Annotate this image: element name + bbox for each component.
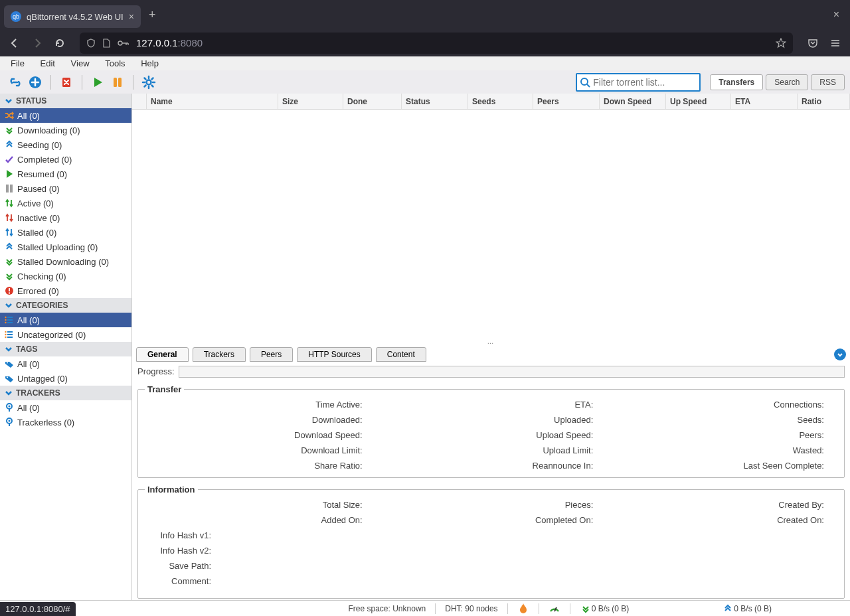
col-name[interactable]: Name <box>147 94 278 109</box>
speed-icon[interactable] <box>549 603 560 615</box>
sidebar-tag-item[interactable]: All (0) <box>0 356 131 371</box>
tab-title: qBittorrent v4.5.2 Web UI <box>27 12 124 22</box>
tab-strip: qb qBittorrent v4.5.2 Web UI × + × <box>0 0 850 29</box>
sidebar-status-item[interactable]: All (0) <box>0 108 131 123</box>
sidebar-item-label: Downloading (0) <box>17 125 80 135</box>
sidebar-tracker-item[interactable]: All (0) <box>0 400 131 415</box>
new-tab-button[interactable]: + <box>149 8 156 22</box>
nav-row: 127.0.0.1:8080 <box>0 29 850 56</box>
sidebar-item-label: All (0) <box>17 111 40 121</box>
pocket-icon[interactable] <box>804 34 822 52</box>
sidebar-status-item[interactable]: Checking (0) <box>0 269 131 283</box>
status-icon <box>4 154 15 165</box>
col-status[interactable]: Status <box>402 94 468 109</box>
pause-button[interactable] <box>108 72 128 92</box>
col-upspeed[interactable]: Up Speed <box>666 94 731 109</box>
sidebar-item-label: Paused (0) <box>17 184 60 194</box>
settings-button[interactable] <box>139 72 159 92</box>
svg-point-17 <box>5 337 6 338</box>
status-icon <box>4 198 15 208</box>
content: Name Size Done Status Seeds Peers Down S… <box>132 94 850 600</box>
transfer-legend: Transfer <box>145 384 184 394</box>
hover-url: 127.0.0.1:8080/# <box>0 602 76 616</box>
menu-tools[interactable]: Tools <box>98 56 131 70</box>
back-button[interactable] <box>5 34 24 52</box>
sidebar-tags-head[interactable]: TAGS <box>0 342 131 356</box>
col-done[interactable]: Done <box>343 94 402 109</box>
col-downspeed[interactable]: Down Speed <box>600 94 666 109</box>
sidebar-status-item[interactable]: Seeding (0) <box>0 137 131 152</box>
search-input[interactable] <box>593 75 699 90</box>
menu-file[interactable]: File <box>4 56 31 70</box>
add-link-button[interactable] <box>5 72 25 92</box>
tab-rss[interactable]: RSS <box>811 74 845 90</box>
tab-transfers[interactable]: Transfers <box>710 74 763 90</box>
status-icon <box>4 169 15 179</box>
main: STATUS All (0)Downloading (0)Seeding (0)… <box>0 94 850 600</box>
sidebar-status-item[interactable]: Errored (0) <box>0 283 131 298</box>
menu-edit[interactable]: Edit <box>34 56 62 70</box>
delete-button[interactable] <box>56 72 76 92</box>
sidebar-status-item[interactable]: Stalled (0) <box>0 225 131 240</box>
status-up: 0 B/s (0 B) <box>734 604 772 613</box>
sidebar-status-item[interactable]: Stalled Uploading (0) <box>0 240 131 254</box>
url-bar[interactable]: 127.0.0.1:8080 <box>80 33 793 54</box>
detail-tab-peers[interactable]: Peers <box>250 347 293 362</box>
sidebar-status-item[interactable]: Stalled Downloading (0) <box>0 254 131 269</box>
detail-tab-general[interactable]: General <box>136 347 189 362</box>
menu-view[interactable]: View <box>64 56 96 70</box>
window-close-icon[interactable]: × <box>833 9 846 21</box>
categories-title: CATEGORIES <box>16 301 68 310</box>
svg-point-12 <box>5 317 6 318</box>
bookmark-star-icon[interactable] <box>776 38 786 48</box>
col-seeds[interactable]: Seeds <box>468 94 533 109</box>
tag-icon <box>4 358 15 369</box>
browser-chrome: qb qBittorrent v4.5.2 Web UI × + × 127.0… <box>0 0 850 56</box>
fire-icon[interactable] <box>517 603 529 615</box>
col-ratio[interactable]: Ratio <box>798 94 850 109</box>
close-tab-icon[interactable]: × <box>129 11 134 22</box>
col-peers[interactable]: Peers <box>533 94 600 109</box>
menu-help[interactable]: Help <box>134 56 165 70</box>
progress-bar <box>179 366 845 378</box>
svg-point-5 <box>147 80 151 84</box>
sidebar-status-item[interactable]: Downloading (0) <box>0 123 131 137</box>
sidebar-status-item[interactable]: Resumed (0) <box>0 167 131 181</box>
sidebar-status-head[interactable]: STATUS <box>0 94 131 108</box>
sidebar-tag-item[interactable]: Untagged (0) <box>0 371 131 386</box>
add-torrent-button[interactable] <box>25 72 45 92</box>
detail-expand-icon[interactable] <box>834 348 846 360</box>
col-eta[interactable]: ETA <box>731 94 798 109</box>
detail-tab-content[interactable]: Content <box>376 347 426 362</box>
svg-point-21 <box>9 406 11 408</box>
sidebar-status-item[interactable]: Inactive (0) <box>0 210 131 225</box>
detail-label: Info Hash v2: <box>145 546 211 556</box>
browser-tab[interactable]: qb qBittorrent v4.5.2 Web UI × <box>4 5 141 28</box>
splitter[interactable]: … <box>132 338 850 345</box>
reload-button[interactable] <box>50 34 69 52</box>
detail-tab-trackers[interactable]: Trackers <box>193 347 246 362</box>
qbittorrent-favicon: qb <box>11 11 21 22</box>
sidebar-trackers-head[interactable]: TRACKERS <box>0 386 131 400</box>
sidebar-item-label: Checking (0) <box>17 271 66 281</box>
sidebar-tracker-item[interactable]: Trackerless (0) <box>0 415 131 429</box>
detail-tab-http[interactable]: HTTP Sources <box>297 347 371 362</box>
sidebar-category-item[interactable]: Uncategorized (0) <box>0 327 131 342</box>
sidebar-category-item[interactable]: All (0) <box>0 313 131 327</box>
resume-button[interactable] <box>88 72 108 92</box>
toolbar-right: Transfers Search RSS <box>576 73 845 92</box>
url-text: 127.0.0.1:8080 <box>136 37 203 48</box>
hamburger-menu-icon[interactable] <box>826 34 845 52</box>
sidebar-categories-head[interactable]: CATEGORIES <box>0 298 131 313</box>
sidebar-status-item[interactable]: Completed (0) <box>0 152 131 167</box>
col-size[interactable]: Size <box>278 94 343 109</box>
status-dht: DHT: 90 nodes <box>445 604 497 613</box>
tab-search[interactable]: Search <box>766 74 808 90</box>
pin-icon <box>4 417 15 427</box>
detail-label: Seeds: <box>606 415 837 425</box>
forward-button[interactable] <box>28 34 46 52</box>
sidebar-status-item[interactable]: Paused (0) <box>0 181 131 196</box>
status-icon <box>4 271 15 281</box>
sidebar-status-item[interactable]: Active (0) <box>0 196 131 210</box>
sidebar-item-label: Trackerless (0) <box>17 418 74 427</box>
